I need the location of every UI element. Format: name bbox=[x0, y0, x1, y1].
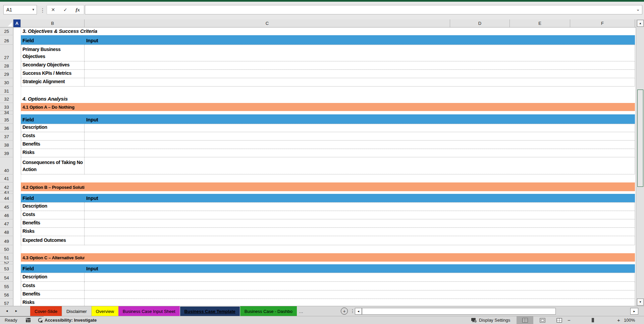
field-cell[interactable]: Description bbox=[21, 273, 85, 282]
tab-scroll-right-icon[interactable]: ► bbox=[15, 309, 18, 313]
row-header-29[interactable]: 29 bbox=[0, 70, 13, 78]
row-header-54[interactable]: 54 bbox=[0, 273, 13, 282]
input-cell[interactable] bbox=[85, 299, 635, 306]
formula-bar-options-dots-icon[interactable]: ⋮ bbox=[40, 7, 45, 13]
insert-function-button[interactable]: fx bbox=[74, 7, 82, 13]
input-cell[interactable] bbox=[85, 282, 635, 290]
input-cell[interactable] bbox=[85, 236, 635, 245]
input-cell[interactable] bbox=[85, 70, 635, 78]
sheet-tab-overview[interactable]: Overview bbox=[92, 306, 118, 316]
tabbar-options-dots-icon[interactable]: ⋮ bbox=[350, 308, 355, 314]
field-cell[interactable]: Strategic Alignment bbox=[21, 78, 85, 87]
row-header-56[interactable]: 56 bbox=[0, 290, 13, 299]
select-all-button[interactable] bbox=[0, 19, 13, 27]
zoom-slider-thumb[interactable] bbox=[592, 318, 594, 322]
scroll-down-icon[interactable]: ▼ bbox=[637, 299, 644, 306]
name-box-dropdown-icon[interactable]: ▾ bbox=[32, 7, 34, 12]
new-sheet-button[interactable]: + bbox=[341, 308, 348, 315]
row-header-40[interactable]: 40 bbox=[0, 157, 13, 174]
row-header-26[interactable]: 26 bbox=[0, 35, 13, 45]
cancel-button[interactable]: ✕ bbox=[49, 7, 57, 12]
more-tabs-ellipsis[interactable]: … bbox=[297, 306, 305, 316]
field-cell[interactable]: Primary Business Objectives bbox=[21, 45, 85, 61]
sheet-tab-business-case-template[interactable]: Business Case Template bbox=[180, 306, 240, 316]
input-cell[interactable] bbox=[85, 228, 635, 236]
row-header-38[interactable]: 38 bbox=[0, 141, 13, 149]
option-band[interactable]: 4.2 Option B – Proposed Solution bbox=[21, 182, 635, 191]
normal-view-button[interactable] bbox=[517, 316, 533, 324]
field-cell[interactable]: Description bbox=[21, 124, 85, 132]
input-cell[interactable] bbox=[85, 61, 635, 70]
enter-button[interactable]: ✓ bbox=[61, 7, 69, 12]
row-header-25[interactable]: 25 bbox=[0, 28, 13, 35]
row-header-52[interactable]: 52 bbox=[0, 262, 13, 264]
column-header-A[interactable]: A bbox=[13, 19, 21, 27]
horizontal-scroll-thumb[interactable] bbox=[362, 308, 556, 315]
zoom-level[interactable]: 100% bbox=[624, 316, 635, 324]
row-header-44[interactable]: 44 bbox=[0, 194, 13, 202]
sheet-tab-cover-slide[interactable]: Cover-Slide bbox=[30, 306, 62, 316]
macro-record-icon[interactable] bbox=[25, 316, 31, 324]
row-header-51[interactable]: 51 bbox=[0, 253, 13, 262]
column-header-B[interactable]: B bbox=[21, 19, 85, 27]
row-header-43[interactable]: 43 bbox=[0, 191, 13, 194]
column-header-E[interactable]: E bbox=[510, 19, 570, 27]
expand-formula-bar-icon[interactable]: ⌄ bbox=[636, 6, 640, 12]
row-header-53[interactable]: 53 bbox=[0, 264, 13, 273]
row-header-46[interactable]: 46 bbox=[0, 211, 13, 219]
row-header-55[interactable]: 55 bbox=[0, 282, 13, 290]
input-cell[interactable] bbox=[85, 202, 635, 211]
input-cell[interactable] bbox=[85, 149, 635, 157]
hscroll-left-icon[interactable]: ◄ bbox=[355, 308, 362, 315]
field-cell[interactable]: Benefits bbox=[21, 290, 85, 299]
input-cell[interactable] bbox=[85, 124, 635, 132]
sheet-tab-business-case-input-sheet[interactable]: Business Case Input Sheet bbox=[118, 306, 180, 316]
field-cell[interactable]: Description bbox=[21, 202, 85, 211]
input-cell[interactable] bbox=[85, 273, 635, 282]
field-cell[interactable]: Costs bbox=[21, 282, 85, 290]
section-title-cell[interactable]: 3. Objectives & Success Criteria bbox=[22, 28, 97, 35]
sheet-tab-disclaimer[interactable]: Disclaimer bbox=[62, 306, 92, 316]
field-cell[interactable]: Benefits bbox=[21, 141, 85, 149]
field-cell[interactable]: Risks bbox=[21, 299, 85, 306]
input-cell[interactable] bbox=[85, 141, 635, 149]
input-cell[interactable] bbox=[85, 157, 635, 174]
input-cell[interactable] bbox=[85, 219, 635, 228]
field-cell[interactable]: Costs bbox=[21, 132, 85, 141]
row-header-37[interactable]: 37 bbox=[0, 132, 13, 141]
row-header-28[interactable]: 28 bbox=[0, 61, 13, 70]
vertical-scrollbar[interactable]: ▲ ▼ bbox=[636, 19, 644, 306]
row-header-42[interactable]: 42 bbox=[0, 182, 13, 191]
field-cell[interactable]: Risks bbox=[21, 149, 85, 157]
field-cell[interactable]: Success KPIs / Metrics bbox=[21, 70, 85, 78]
zoom-in-button[interactable]: + bbox=[617, 316, 620, 324]
page-layout-view-button[interactable] bbox=[534, 316, 551, 324]
section-title-cell[interactable]: 4. Options Analysis bbox=[22, 95, 68, 103]
row-header-33[interactable]: 33 bbox=[0, 103, 13, 111]
table-header-band[interactable]: FieldInput bbox=[21, 35, 635, 45]
table-header-band[interactable]: FieldInput bbox=[21, 264, 635, 273]
row-header-45[interactable]: 45 bbox=[0, 202, 13, 211]
row-header-36[interactable]: 36 bbox=[0, 124, 13, 132]
spreadsheet-grid[interactable]: 253. Objectives & Success Criteria26Fiel… bbox=[0, 28, 635, 306]
display-settings-button[interactable]: Display Settings bbox=[471, 316, 510, 324]
vertical-scroll-thumb[interactable] bbox=[637, 90, 643, 187]
field-cell[interactable]: Benefits bbox=[21, 219, 85, 228]
column-header-D[interactable]: D bbox=[450, 19, 510, 27]
column-header-F[interactable]: F bbox=[570, 19, 635, 27]
hscroll-right-icon[interactable]: ► bbox=[630, 308, 638, 315]
table-header-band[interactable]: FieldInput bbox=[21, 194, 635, 202]
accessibility-status[interactable]: Accessibility: Investigate bbox=[38, 316, 97, 324]
row-header-50[interactable]: 50 bbox=[0, 245, 13, 253]
row-header-27[interactable]: 27 bbox=[0, 45, 13, 61]
table-header-band[interactable]: FieldInput bbox=[21, 114, 635, 124]
option-band[interactable]: 4.1 Option A – Do Nothing bbox=[21, 103, 635, 111]
input-cell[interactable] bbox=[85, 132, 635, 141]
scroll-up-icon[interactable]: ▲ bbox=[637, 20, 644, 27]
page-break-preview-button[interactable] bbox=[551, 316, 568, 324]
row-header-31[interactable]: 31 bbox=[0, 87, 13, 95]
field-cell[interactable]: Secondary Objectives bbox=[21, 61, 85, 70]
option-band[interactable]: 4.3 Option C – Alternative Solution bbox=[21, 253, 635, 262]
field-cell[interactable]: Costs bbox=[21, 211, 85, 219]
row-header-48[interactable]: 48 bbox=[0, 228, 13, 236]
